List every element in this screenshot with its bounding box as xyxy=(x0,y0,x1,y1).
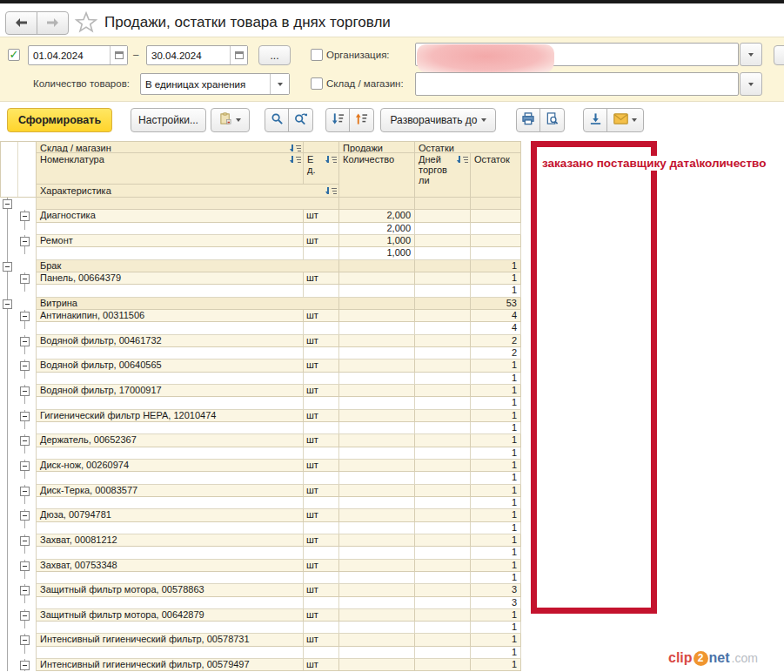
period-from-field[interactable]: 01.04.2024 xyxy=(28,45,128,65)
collapse-toggle[interactable] xyxy=(20,511,30,521)
period-more-button[interactable]: ... xyxy=(258,45,291,65)
sort-icon[interactable] xyxy=(291,144,301,153)
report-variants-button[interactable] xyxy=(211,108,250,132)
nomenclature-cell[interactable]: Антинакипин, 00311506 xyxy=(37,310,304,322)
sort-icon[interactable] xyxy=(291,156,301,165)
group-name-cell[interactable] xyxy=(37,198,339,210)
collapse-toggle[interactable] xyxy=(20,237,30,246)
period-checkbox[interactable]: ✓ xyxy=(8,49,20,61)
collapse-toggle[interactable] xyxy=(3,299,12,309)
nomenclature-cell[interactable]: Захват, 00753348 xyxy=(37,560,304,572)
header-nomenclature[interactable]: Номенклатура xyxy=(37,153,304,185)
sort-icon[interactable] xyxy=(327,156,337,165)
nomenclature-cell[interactable] xyxy=(37,597,304,609)
org-dropdown-button[interactable] xyxy=(740,43,762,66)
nomenclature-cell[interactable]: Защитный фильтр мотора, 00578863 xyxy=(37,584,304,596)
sort-icon[interactable] xyxy=(327,187,337,196)
nomenclature-cell[interactable] xyxy=(37,572,304,584)
nomenclature-cell[interactable] xyxy=(37,285,304,297)
collapse-toggle[interactable] xyxy=(20,436,30,446)
favorite-star-icon[interactable] xyxy=(74,10,98,37)
nomenclature-cell[interactable] xyxy=(37,223,304,235)
header-days[interactable]: Дней торгов ли xyxy=(415,153,471,198)
chevron-down-icon[interactable] xyxy=(270,74,289,94)
print-preview-button[interactable] xyxy=(539,108,565,132)
warehouse-dropdown-button[interactable] xyxy=(740,72,762,96)
collapse-toggle[interactable] xyxy=(20,487,30,496)
nomenclature-cell[interactable]: Панель, 00664379 xyxy=(37,272,304,285)
nomenclature-cell[interactable]: Интенсивный гигиенический фильтр, 005794… xyxy=(37,659,304,671)
org-checkbox[interactable] xyxy=(311,49,323,61)
group-name-cell[interactable]: Витрина xyxy=(37,298,339,310)
collapse-toggle[interactable] xyxy=(20,611,30,621)
header-balance[interactable]: Остаток xyxy=(471,153,521,198)
collapse-toggle[interactable] xyxy=(20,635,30,645)
header-sales[interactable]: Продажи xyxy=(339,141,415,153)
send-email-button[interactable] xyxy=(606,108,644,132)
nomenclature-cell[interactable] xyxy=(37,472,304,484)
save-button[interactable] xyxy=(583,108,607,132)
header-warehouse[interactable]: Склад / магазин xyxy=(37,141,304,153)
nomenclature-cell[interactable]: Интенсивный гигиенический фильтр, 005787… xyxy=(37,634,304,646)
warehouse-field[interactable] xyxy=(415,72,739,96)
collapse-toggle[interactable] xyxy=(20,661,30,670)
header-quantity[interactable]: Количество xyxy=(339,153,415,198)
nomenclature-cell[interactable] xyxy=(37,522,304,534)
nomenclature-cell[interactable]: Водяной фильтр, 17000917 xyxy=(37,385,304,397)
search-next-button[interactable] xyxy=(288,108,313,132)
collapse-toggle[interactable] xyxy=(20,536,30,546)
nomenclature-cell[interactable]: Водяной фильтр, 00640565 xyxy=(37,360,304,372)
print-button[interactable] xyxy=(516,108,540,132)
nomenclature-cell[interactable] xyxy=(37,397,304,409)
nomenclature-cell[interactable] xyxy=(37,373,304,385)
calendar-icon[interactable] xyxy=(110,46,127,64)
nomenclature-cell[interactable]: Захват, 00081212 xyxy=(37,534,304,547)
nomenclature-cell[interactable]: Диагностика xyxy=(37,210,304,222)
back-button[interactable] xyxy=(5,11,37,35)
collapse-toggle[interactable] xyxy=(3,262,12,272)
nomenclature-cell[interactable]: Защитный фильтр мотора, 00642879 xyxy=(37,609,304,622)
header-unit[interactable]: Е д. xyxy=(304,153,339,185)
group-name-cell[interactable]: Брак xyxy=(37,260,339,272)
collapse-toggle[interactable] xyxy=(3,199,12,209)
collapse-toggle[interactable] xyxy=(20,312,30,321)
nomenclature-cell[interactable]: Диск-нож, 00260974 xyxy=(37,460,304,472)
collapse-toggle[interactable] xyxy=(20,461,30,471)
quantity-mode-select[interactable]: В единицах хранения xyxy=(140,73,290,95)
expand-all-button[interactable] xyxy=(349,108,374,132)
generate-button[interactable]: Сформировать xyxy=(7,108,112,132)
sort-icon[interactable] xyxy=(459,156,468,165)
nomenclature-cell[interactable] xyxy=(37,647,304,659)
nomenclature-cell[interactable] xyxy=(37,422,304,434)
expand-to-button[interactable]: Разворачивать до xyxy=(380,108,496,132)
warehouse-checkbox[interactable] xyxy=(311,77,323,90)
collapse-toggle[interactable] xyxy=(20,561,30,571)
collapse-toggle[interactable] xyxy=(20,586,30,595)
nomenclature-cell[interactable] xyxy=(37,447,304,460)
nomenclature-cell[interactable] xyxy=(37,322,304,334)
nomenclature-cell[interactable] xyxy=(37,497,304,509)
nomenclature-cell[interactable] xyxy=(37,547,304,559)
collapse-toggle[interactable] xyxy=(20,386,30,396)
nomenclature-cell[interactable]: Держатель, 00652367 xyxy=(37,434,304,447)
forward-button[interactable] xyxy=(37,11,69,35)
collapse-toggle[interactable] xyxy=(20,274,30,284)
nomenclature-cell[interactable]: Дюза, 00794781 xyxy=(37,509,304,521)
collapse-toggle[interactable] xyxy=(20,337,30,346)
collapse-toggle[interactable] xyxy=(20,212,30,221)
collapse-toggle[interactable] xyxy=(20,361,30,371)
clipped-right-button[interactable] xyxy=(774,45,784,65)
search-button[interactable] xyxy=(265,108,289,132)
nomenclature-cell[interactable]: Гигиенический фильтр HEPA, 12010474 xyxy=(37,410,304,422)
header-balances[interactable]: Остатки xyxy=(415,141,521,153)
collapse-all-button[interactable] xyxy=(325,108,350,132)
nomenclature-cell[interactable] xyxy=(37,347,304,360)
nomenclature-cell[interactable]: Диск-Терка, 00083577 xyxy=(37,485,304,497)
collapse-toggle[interactable] xyxy=(20,412,30,421)
nomenclature-cell[interactable] xyxy=(37,622,304,634)
nomenclature-cell[interactable]: Водяной фильтр, 00461732 xyxy=(37,335,304,347)
nomenclature-cell[interactable]: Ремонт xyxy=(37,235,304,247)
settings-button[interactable]: Настройки... xyxy=(131,108,206,132)
nomenclature-cell[interactable] xyxy=(37,247,304,259)
period-to-field[interactable]: 30.04.2024 xyxy=(146,45,248,65)
